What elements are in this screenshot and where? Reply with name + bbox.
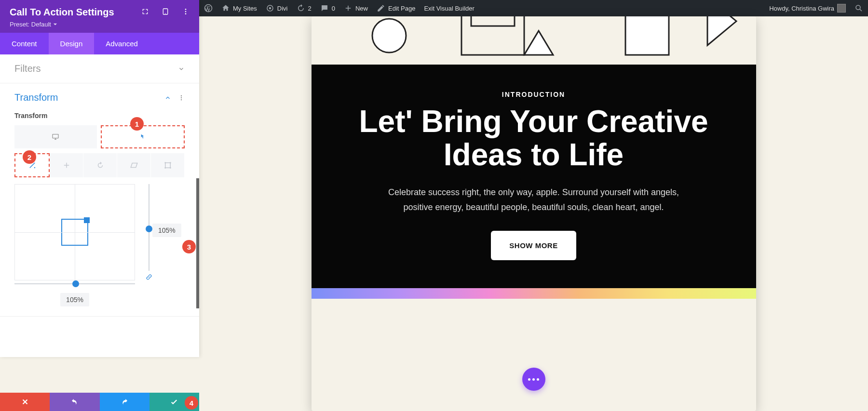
cta-eyebrow: INTRODUCTION [340,91,727,98]
expand-icon[interactable] [141,8,149,17]
tab-content[interactable]: Content [0,33,49,54]
tablet-icon[interactable] [162,8,169,17]
link-values-icon[interactable] [146,274,152,280]
panel-title: Call To Action Settings [10,7,114,18]
undo-button[interactable] [50,393,99,411]
svg-point-10 [181,97,182,98]
scale-y-value[interactable]: 105% [152,224,181,237]
callout-1: 1 [130,117,144,131]
divi-fab-button[interactable] [522,368,545,391]
svg-point-16 [164,167,166,169]
svg-point-17 [169,167,171,169]
preset-selector[interactable]: Preset: Default [10,21,190,28]
callout-3: 3 [182,240,196,253]
comments-link[interactable]: 0 [320,4,335,13]
howdy-user[interactable]: Howdy, Christina Gwira [769,4,846,13]
search-icon[interactable] [854,4,863,13]
callout-2: 2 [23,150,36,164]
svg-point-5 [165,13,165,13]
chevron-up-icon [164,94,171,101]
kebab-icon[interactable] [178,94,185,101]
svg-rect-12 [53,134,58,138]
cancel-button[interactable] [0,393,50,411]
svg-rect-19 [471,16,515,26]
transform-origin-tab[interactable] [151,153,185,177]
chevron-down-icon [178,66,185,72]
site-divi-link[interactable]: Divi [266,4,288,13]
svg-point-7 [185,11,187,12]
svg-point-9 [181,95,182,96]
redo-button[interactable] [100,393,149,411]
my-sites-link[interactable]: My Sites [221,4,257,13]
avatar [837,4,846,13]
gradient-bar [312,288,756,299]
svg-point-6 [185,9,187,10]
exit-visual-builder-link[interactable]: Exit Visual Builder [424,5,475,12]
panel-tabs: Content Design Advanced [0,33,199,54]
wp-logo[interactable] [204,4,213,13]
updates-link[interactable]: 2 [297,4,312,13]
responsive-hover-tab[interactable] [101,125,185,148]
transform-section-header[interactable]: Transform [0,83,199,112]
scale-x-value[interactable]: 105% [60,293,89,306]
svg-point-2 [269,7,271,10]
scrollbar[interactable] [196,178,199,308]
transform-canvas[interactable] [14,184,135,280]
illustration-area [312,16,756,65]
filters-section-header[interactable]: Filters [0,54,199,83]
cta-body: Celebrate success right, the only way, a… [380,185,688,214]
kebab-icon[interactable] [182,8,190,17]
panel-footer [0,393,199,411]
tab-design[interactable]: Design [49,33,95,54]
tab-advanced[interactable]: Advanced [94,33,149,54]
svg-rect-13 [165,163,170,168]
callout-4: 4 [185,396,198,410]
cta-heading: Let' Bring Your Creative Ideas to Life [340,105,727,172]
cta-button[interactable]: SHOW MORE [491,231,576,260]
transform-handle-square[interactable] [61,219,88,246]
svg-point-8 [185,13,187,14]
transform-rotate-tab[interactable] [83,153,117,177]
svg-point-15 [169,162,171,163]
svg-point-14 [164,162,166,163]
new-link[interactable]: New [344,4,368,13]
transform-field-label: Transform [14,112,185,119]
scale-x-slider[interactable]: 105% [14,283,135,306]
responsive-desktop-tab[interactable] [14,125,97,148]
scale-y-slider[interactable]: 105% [142,184,156,280]
cta-module[interactable]: INTRODUCTION Let' Bring Your Creative Id… [312,16,756,411]
panel-header: Call To Action Settings Preset: Default [0,0,199,33]
svg-point-11 [181,99,182,100]
svg-point-3 [856,5,860,10]
transform-skew-tab[interactable] [117,153,151,177]
preview-area: INTRODUCTION Let' Bring Your Creative Id… [199,16,868,411]
svg-rect-20 [625,16,669,55]
settings-panel: Call To Action Settings Preset: Default … [0,0,199,357]
resize-handle-icon[interactable] [84,217,90,223]
svg-point-21 [372,19,406,53]
wp-admin-bar: My Sites Divi 2 0 New Edit Page Exit Vis… [199,0,868,16]
transform-translate-tab[interactable] [50,153,83,177]
edit-page-link[interactable]: Edit Page [377,4,415,13]
